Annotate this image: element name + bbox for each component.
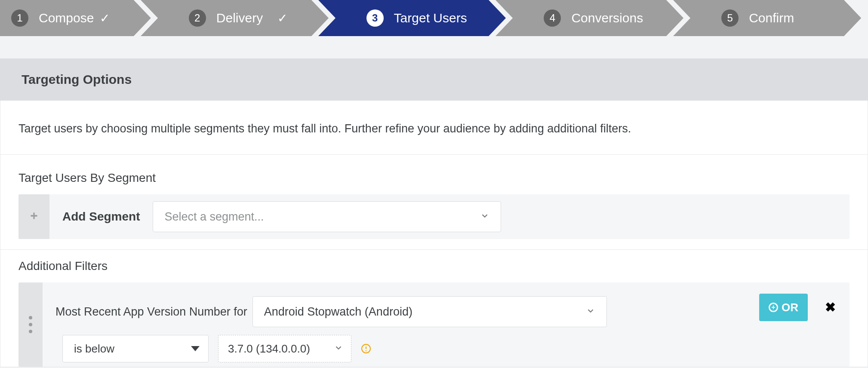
- check-icon: ✓: [277, 11, 287, 25]
- step-joint: [134, 0, 158, 36]
- step-confirm[interactable]: 5 Confirm: [690, 0, 844, 36]
- targeting-panel: Targeting Options Target users by choosi…: [0, 58, 868, 367]
- filters-heading: Additional Filters: [18, 259, 850, 273]
- step-conversions[interactable]: 4 Conversions: [513, 0, 666, 36]
- version-select-value: 3.7.0 (134.0.0.0): [228, 342, 310, 356]
- close-icon: ✖: [825, 300, 836, 314]
- wizard-stepper: 1 Compose ✓ 2 Delivery ✓ 3 Target Users: [0, 0, 868, 36]
- step-joint: [489, 0, 513, 36]
- step-number: 1: [11, 9, 28, 27]
- warning-icon: [361, 343, 371, 354]
- segments-heading: Target Users By Segment: [18, 171, 850, 185]
- plus-circle-icon: +: [769, 303, 778, 312]
- add-segment-row: Add Segment Select a segment...: [18, 194, 850, 239]
- triangle-down-icon: [191, 346, 200, 351]
- drag-handle[interactable]: [18, 282, 43, 367]
- drag-icon: [29, 316, 32, 333]
- svg-point-5: [366, 350, 366, 351]
- step-label: Delivery: [216, 11, 263, 25]
- chevron-down-icon: [480, 210, 489, 224]
- app-select[interactable]: Android Stopwatch (Android): [252, 296, 607, 327]
- step-joint: [311, 0, 336, 36]
- plus-icon: [30, 212, 38, 222]
- step-label: Conversions: [571, 11, 643, 25]
- segment-select-placeholder: Select a segment...: [164, 210, 264, 224]
- panel-title: Targeting Options: [0, 58, 868, 101]
- operator-select-value: is below: [74, 342, 114, 356]
- segment-select[interactable]: Select a segment...: [153, 201, 501, 232]
- step-number: 4: [544, 9, 561, 27]
- check-icon: ✓: [100, 11, 110, 25]
- step-compose[interactable]: 1 Compose ✓: [0, 0, 134, 36]
- panel-description: Target users by choosing multiple segmen…: [0, 101, 868, 155]
- or-button-label: OR: [782, 301, 798, 314]
- step-delivery[interactable]: 2 Delivery ✓: [158, 0, 311, 36]
- add-segment-button[interactable]: [18, 194, 49, 239]
- step-label: Compose: [39, 11, 94, 25]
- step-number: 5: [721, 9, 739, 27]
- add-segment-label: Add Segment: [49, 194, 153, 239]
- step-target-users[interactable]: 3 Target Users: [336, 0, 489, 36]
- app-select-value: Android Stopwatch (Android): [264, 305, 412, 319]
- chevron-down-icon: [334, 342, 343, 356]
- filter-row: Most Recent App Version Number for Andro…: [18, 282, 850, 367]
- step-number: 3: [366, 9, 384, 27]
- filter-prefix-label: Most Recent App Version Number for: [55, 305, 247, 319]
- remove-filter-button[interactable]: ✖: [825, 294, 836, 315]
- step-label: Target Users: [394, 11, 467, 25]
- operator-select[interactable]: is below: [62, 335, 209, 362]
- version-select[interactable]: 3.7.0 (134.0.0.0): [218, 335, 351, 362]
- or-button[interactable]: + OR: [759, 294, 808, 321]
- step-joint: [844, 0, 868, 36]
- chevron-down-icon: [586, 305, 595, 319]
- step-number: 2: [189, 9, 206, 27]
- step-label: Confirm: [749, 11, 794, 25]
- step-joint: [666, 0, 690, 36]
